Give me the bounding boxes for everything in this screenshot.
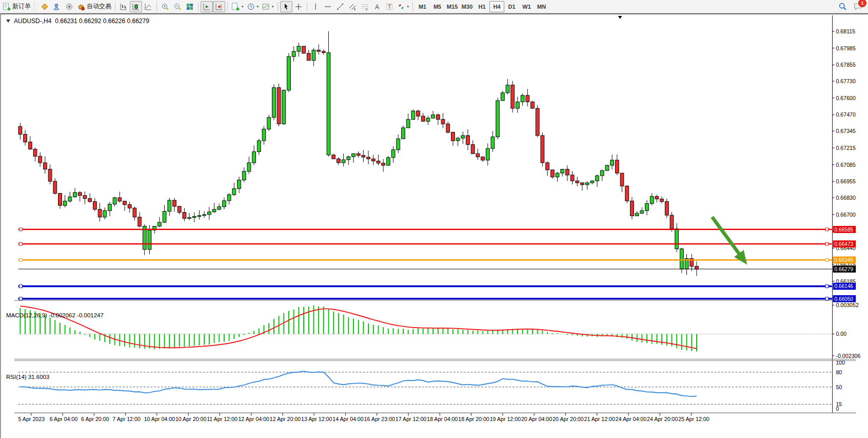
- periods-button[interactable]: ▾: [245, 1, 261, 12]
- notifications-button[interactable]: 1: [852, 1, 864, 12]
- bar-chart-button[interactable]: [117, 1, 130, 12]
- svg-text:80: 80: [836, 369, 842, 375]
- profile-icon: [53, 3, 61, 11]
- crosshair-tool-button[interactable]: [292, 1, 305, 12]
- hline-0.66050[interactable]: 0.66050: [18, 295, 856, 302]
- svg-text:21 Apr 12:00: 21 Apr 12:00: [584, 416, 615, 422]
- arrows-tool-button[interactable]: ▾: [396, 1, 411, 12]
- candlestick-chart-icon: [132, 3, 140, 11]
- alerts-button[interactable]: [63, 1, 75, 12]
- timeframe-m5[interactable]: M5: [430, 1, 445, 12]
- rsi-pane: [20, 371, 697, 396]
- text-tool-button[interactable]: A: [371, 1, 383, 12]
- zoom-out-button[interactable]: [171, 1, 184, 12]
- hline-handle[interactable]: [825, 297, 828, 300]
- svg-text:24 Apr 04:00: 24 Apr 04:00: [616, 416, 647, 422]
- hline-0.66279[interactable]: 0.66279: [18, 265, 856, 273]
- svg-text:20 Apr 04:00: 20 Apr 04:00: [521, 416, 553, 422]
- svg-text:0.66955: 0.66955: [836, 178, 856, 184]
- channel-icon: E: [348, 3, 357, 11]
- profiles-button[interactable]: [51, 1, 63, 12]
- label-tool-button[interactable]: T: [383, 1, 396, 12]
- timeframe-h1[interactable]: H1: [475, 1, 489, 12]
- tile-windows-button[interactable]: [184, 1, 196, 12]
- chart-window[interactable]: 0.681150.679850.678550.677300.676000.674…: [0, 13, 868, 438]
- timeframe-mn[interactable]: MN: [534, 1, 549, 12]
- autotrading-button[interactable]: 自动交易: [75, 1, 113, 12]
- svg-text:11 Apr 12:00: 11 Apr 12:00: [207, 416, 238, 422]
- timeframe-m30[interactable]: M30: [460, 1, 475, 12]
- svg-text:0: 0: [836, 406, 839, 412]
- chart-canvas[interactable]: 0.681150.679850.678550.677300.676000.674…: [1, 14, 868, 438]
- zoom-in-button[interactable]: [159, 1, 171, 12]
- hline-0.66349[interactable]: 0.66349: [18, 257, 856, 264]
- channel-tool-button[interactable]: E: [346, 1, 359, 12]
- dropdown-caret-icon: ▾: [257, 5, 259, 9]
- timeframe-w1[interactable]: W1: [519, 1, 534, 12]
- svg-text:100: 100: [836, 359, 845, 366]
- hline-handle[interactable]: [825, 285, 828, 288]
- auto-scroll-icon: [203, 3, 211, 11]
- candlestick-chart-button[interactable]: [130, 1, 142, 12]
- svg-text:0.66349: 0.66349: [835, 257, 854, 263]
- trendline-icon: [336, 3, 344, 11]
- line-chart-button[interactable]: [142, 1, 154, 12]
- svg-text:24 Apr 20:00: 24 Apr 20:00: [647, 416, 678, 422]
- new-order-button[interactable]: 新订单: [1, 1, 32, 12]
- chart-shift-button[interactable]: [213, 1, 225, 12]
- svg-text:0.66830: 0.66830: [836, 195, 856, 201]
- arrow-annotation[interactable]: [712, 217, 740, 255]
- hline-handle[interactable]: [19, 285, 22, 288]
- svg-text:14 Apr 04:00: 14 Apr 04:00: [332, 416, 364, 422]
- svg-text:25 Apr 12:00: 25 Apr 12:00: [678, 416, 709, 422]
- svg-text:5 Apr 2023: 5 Apr 2023: [18, 416, 45, 422]
- arrows-icon: [397, 3, 405, 11]
- crosshair-icon: [294, 3, 303, 11]
- text-label-icon: T: [385, 3, 393, 11]
- horizontal-line-icon: [324, 3, 332, 11]
- timeframe-m1[interactable]: M1: [415, 1, 430, 12]
- templates-button[interactable]: ▾: [260, 1, 275, 12]
- svg-text:10 Apr 04:00: 10 Apr 04:00: [144, 416, 175, 422]
- zoom-out-icon: [173, 3, 182, 11]
- hline-handle[interactable]: [825, 258, 828, 261]
- fibonacci-tool-button[interactable]: F: [359, 1, 371, 12]
- hline-handle[interactable]: [825, 228, 828, 231]
- svg-text:10 Apr 20:00: 10 Apr 20:00: [175, 416, 207, 422]
- svg-text:0.67215: 0.67215: [836, 145, 856, 151]
- svg-text:7 Apr 12:00: 7 Apr 12:00: [112, 416, 141, 422]
- svg-text:18 Apr 20:00: 18 Apr 20:00: [458, 416, 489, 422]
- indicator-scales: 0.0030520.00-0.0023061008050150: [18, 302, 861, 412]
- line-chart-icon: [144, 3, 152, 11]
- rsi-indicator-label: RSI(14) 31.6003: [6, 374, 49, 380]
- svg-text:0.67345: 0.67345: [836, 128, 856, 134]
- hline-handle[interactable]: [19, 242, 22, 245]
- toolbar-separator: [307, 2, 307, 11]
- hline-handle[interactable]: [19, 228, 22, 231]
- timeframe-m15[interactable]: M15: [445, 1, 460, 12]
- svg-text:E: E: [353, 8, 356, 11]
- svg-text:F: F: [366, 8, 368, 11]
- hline-handle[interactable]: [19, 297, 22, 300]
- hline-handle[interactable]: [825, 242, 828, 245]
- collapse-quotes-icon[interactable]: [6, 20, 10, 23]
- svg-text:16 Apr 23:00: 16 Apr 23:00: [364, 416, 396, 422]
- svg-text:0.66700: 0.66700: [836, 212, 856, 218]
- auto-scroll-button[interactable]: [201, 1, 213, 12]
- trendline-tool-button[interactable]: [334, 1, 346, 12]
- hline-0.66146[interactable]: 0.66146: [18, 283, 856, 290]
- new-chart-button[interactable]: ▾: [230, 1, 245, 12]
- svg-text:0.00: 0.00: [836, 331, 846, 337]
- horizontal-line-tool-button[interactable]: [322, 1, 334, 12]
- vertical-line-tool-button[interactable]: [309, 1, 322, 12]
- chart-shift-marker[interactable]: [618, 16, 622, 19]
- timeframe-h4[interactable]: H4: [489, 1, 504, 12]
- pane-separators[interactable]: [14, 300, 856, 413]
- search-button[interactable]: [836, 1, 849, 12]
- chart-title-bar: AUDUSD-,H4 0.66231 0.66292 0.66226 0.662…: [6, 17, 149, 25]
- hline-handle[interactable]: [19, 258, 22, 261]
- cursor-tool-button[interactable]: [280, 1, 292, 12]
- svg-text:0.66585: 0.66585: [835, 227, 854, 233]
- market-watch-button[interactable]: [38, 1, 51, 12]
- timeframe-d1[interactable]: D1: [504, 1, 519, 12]
